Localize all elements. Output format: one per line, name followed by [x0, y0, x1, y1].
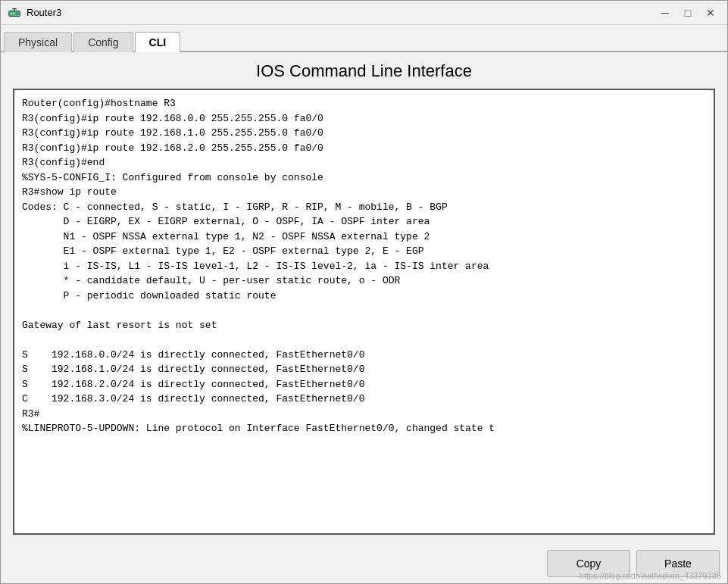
- app-icon: [7, 5, 22, 20]
- tab-cli[interactable]: CLI: [135, 32, 181, 52]
- page-title: IOS Command Line Interface: [13, 61, 715, 81]
- minimize-button[interactable]: ─: [655, 5, 676, 21]
- svg-point-2: [13, 12, 14, 14]
- tab-config[interactable]: Config: [73, 32, 133, 52]
- main-content: IOS Command Line Interface Router(config…: [1, 52, 727, 544]
- cli-output[interactable]: Router(config)#hostname R3 R3(config)#ip…: [14, 90, 714, 533]
- tab-bar: Physical Config CLI: [1, 25, 727, 52]
- bottom-bar: Copy Paste https://blog.csdn.net/weixin_…: [1, 544, 727, 583]
- close-button[interactable]: ✕: [700, 5, 721, 21]
- svg-point-1: [10, 12, 11, 14]
- watermark: https://blog.csdn.net/weixin_43379235: [580, 571, 721, 580]
- cli-area-wrapper: Router(config)#hostname R3 R3(config)#ip…: [13, 89, 715, 535]
- router-icon: [8, 6, 21, 20]
- maximize-button[interactable]: □: [677, 5, 698, 21]
- svg-point-3: [16, 12, 17, 14]
- window-controls: ─ □ ✕: [655, 5, 721, 21]
- window-title: Router3: [27, 7, 655, 18]
- tab-physical[interactable]: Physical: [4, 32, 72, 52]
- main-window: Router3 ─ □ ✕ Physical Config CLI IOS Co…: [0, 0, 728, 584]
- title-bar: Router3 ─ □ ✕: [1, 1, 727, 25]
